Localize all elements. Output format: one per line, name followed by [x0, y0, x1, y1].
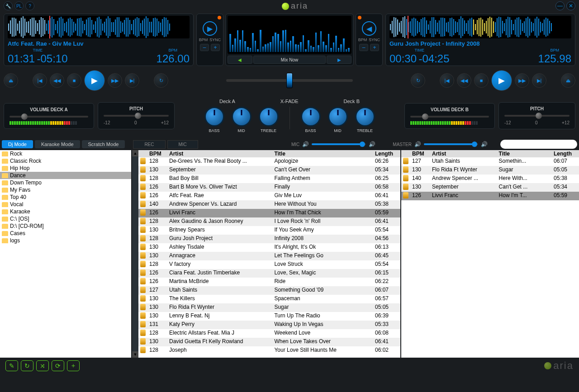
folder-item[interactable]: logs — [0, 237, 131, 244]
folder-item[interactable]: Rock — [0, 150, 131, 157]
track-row[interactable]: 130SeptemberCan't Get Over05:34 — [138, 166, 400, 175]
track-row[interactable]: 126Livvi FrancHow I'm That Chick05:59 — [138, 209, 400, 217]
track-row[interactable]: 131Katy PerryWaking Up In Vegas05:33 — [138, 321, 400, 329]
bpm-plus-a[interactable]: + — [211, 44, 220, 51]
mix-right-button[interactable]: ▶ — [327, 56, 351, 64]
track-row[interactable]: 126Atfc Feat. RaeGiv Me Luv06:41 — [138, 192, 400, 200]
track-row[interactable]: 128De-Grees Vs. The Real Booty ...Apolog… — [138, 157, 400, 166]
track-row[interactable]: 130The KillersSpaceman06:57 — [138, 295, 400, 303]
edit-button[interactable]: ✎ — [5, 360, 18, 371]
deck-b-next[interactable]: ▶| — [532, 73, 546, 88]
track-row[interactable]: 127Utah SaintsSomethin...06:07 — [401, 157, 579, 166]
volume-a-slider[interactable] — [9, 116, 88, 118]
folder-tree[interactable]: RockClassic RockHip HopDanceDown TempoMy… — [0, 150, 132, 358]
track-row[interactable]: 128Electric Allstars Feat. Mia JWeekend … — [138, 329, 400, 338]
rec-button[interactable]: REC — [133, 140, 165, 149]
repeat-button[interactable]: ⟳ — [52, 360, 64, 371]
track-row[interactable]: 128Alex Gaudino & Jason RooneyI Love Roc… — [138, 217, 400, 226]
deck-a-next[interactable]: ▶| — [125, 73, 139, 88]
pitch-b-slider[interactable] — [504, 115, 570, 117]
shuffle-button[interactable]: ⤨ — [36, 360, 49, 371]
folder-item[interactable]: Karaoke — [0, 208, 131, 215]
folder-item[interactable]: Dance — [0, 172, 131, 179]
track-row[interactable]: 128Bad Boy BillFalling Anthem06:25 — [138, 175, 400, 183]
queue-panel[interactable]: BPM Artist Title Length 127Utah SaintsSo… — [400, 150, 579, 358]
master-slider[interactable] — [424, 143, 478, 145]
deck-a-eject[interactable]: ⏏ — [4, 73, 18, 88]
track-row[interactable]: 126Livvi FrancHow I'm T...05:59 — [401, 192, 579, 200]
track-row[interactable]: 130David Guetta Ft Kelly RowlandWhen Lov… — [138, 338, 400, 346]
refresh-button[interactable]: ↻ — [21, 360, 33, 371]
deck-b-play[interactable]: ▶ — [491, 70, 512, 91]
deck-b-treble-knob[interactable] — [355, 107, 375, 127]
deck-a-rew[interactable]: ◀◀ — [50, 73, 64, 88]
sync-play-a[interactable]: ▶ — [203, 21, 217, 36]
track-row[interactable]: 140Andrew Spencer Vs. LazardHere Without… — [138, 200, 400, 209]
close-button[interactable]: ✕ — [566, 1, 575, 10]
track-row[interactable]: 128Guru Josh ProjectInfinity 200804:56 — [138, 235, 400, 243]
col-artist[interactable]: Artist — [167, 150, 272, 157]
col-title[interactable]: Title — [272, 150, 373, 157]
deck-a-stop[interactable]: ■ — [67, 73, 81, 88]
col-length[interactable]: Length — [552, 150, 579, 157]
playlist-button[interactable]: PL — [14, 1, 24, 10]
scroll-down-icon[interactable]: ▼ — [132, 351, 138, 358]
folder-item[interactable]: Hip Hop — [0, 165, 131, 172]
deck-b-prev[interactable]: |◀ — [440, 73, 454, 88]
folder-item[interactable]: Down Tempo — [0, 179, 131, 186]
minimize-button[interactable]: — — [555, 1, 565, 10]
mix-left-button[interactable]: ◀ — [228, 56, 252, 64]
track-row[interactable]: 130AnnagraceLet The Feelings Go06:45 — [138, 252, 400, 260]
deck-a-loop[interactable]: ↻ — [154, 73, 168, 88]
track-header[interactable]: BPM Artist Title Length — [138, 150, 400, 157]
folder-item[interactable]: My Favs — [0, 186, 131, 194]
bpm-minus-a[interactable]: – — [200, 44, 209, 51]
folder-item[interactable]: Cases — [0, 230, 131, 237]
deck-a-play[interactable]: ▶ — [84, 70, 105, 91]
deck-b-mid-knob[interactable] — [328, 107, 348, 127]
crossfader[interactable] — [226, 79, 353, 82]
track-row[interactable]: 127Utah SaintsSomething Good '0906:07 — [138, 286, 400, 295]
deck-b-loop[interactable]: ↻ — [411, 73, 425, 88]
deck-b-stop[interactable]: ■ — [474, 73, 489, 88]
folder-item[interactable]: D:\ [CD-ROM] — [0, 222, 131, 230]
track-row[interactable]: 140Andrew Spencer ...Here With...05:38 — [401, 175, 579, 183]
search-input[interactable] — [500, 140, 577, 149]
deck-a-bass-knob[interactable] — [204, 107, 224, 127]
track-row[interactable]: 130Flo Rida Ft WynterSugar05:05 — [401, 166, 579, 175]
deck-b-waveform[interactable] — [389, 16, 571, 38]
col-bpm[interactable]: BPM — [410, 150, 430, 157]
deck-b-fwd[interactable]: ▶▶ — [515, 73, 529, 88]
bpm-plus-b[interactable]: + — [370, 44, 379, 51]
track-row[interactable]: 128JosephYour Love Still Haunts Me06:02 — [138, 346, 400, 355]
pitch-a-slider[interactable] — [104, 115, 169, 117]
scroll-up-icon[interactable]: ▲ — [132, 150, 138, 156]
help-button[interactable]: ? — [25, 1, 34, 10]
deck-a-waveform[interactable] — [8, 16, 190, 38]
folder-item[interactable]: Top 40 — [0, 194, 131, 201]
track-row[interactable]: 130Lenny B Feat. NjTurn Up The Radio06:3… — [138, 312, 400, 321]
folder-scroll[interactable]: ▲▼ — [132, 150, 138, 358]
deck-a-mid-knob[interactable] — [232, 107, 252, 127]
col-length[interactable]: Length — [373, 150, 400, 157]
deck-a-treble-knob[interactable] — [259, 107, 279, 127]
track-row[interactable]: 130Ashley TisdaleIt's Alright, It's Ok06… — [138, 243, 400, 252]
track-row[interactable]: 126Martina McBrideRide06:22 — [138, 278, 400, 286]
deck-b-bass-knob[interactable] — [301, 107, 321, 127]
deck-a-fwd[interactable]: ▶▶ — [108, 73, 122, 88]
mic-button[interactable]: MIC — [167, 140, 198, 149]
deck-b-rew[interactable]: ◀◀ — [457, 73, 471, 88]
folder-item[interactable]: Vocal — [0, 201, 131, 208]
tab-scratch-mode[interactable]: Scratch Mode — [82, 140, 125, 148]
queue-header[interactable]: BPM Artist Title Length — [401, 150, 579, 157]
deck-a-prev[interactable]: |◀ — [33, 73, 47, 88]
crossfader-thumb[interactable] — [286, 73, 293, 88]
add-button[interactable]: ＋ — [67, 360, 80, 371]
bpm-minus-b[interactable]: – — [359, 44, 368, 51]
track-row[interactable]: 126Ciara Feat. Justin TimberlakeLove, Se… — [138, 269, 400, 278]
tab-dj-mode[interactable]: Dj Mode — [2, 140, 33, 148]
folder-item[interactable]: C:\ [OS] — [0, 215, 131, 222]
mix-now-button[interactable]: Mix Now — [253, 56, 326, 64]
col-title[interactable]: Title — [497, 150, 552, 157]
track-row[interactable]: 128V factoryLove Struck05:54 — [138, 260, 400, 269]
